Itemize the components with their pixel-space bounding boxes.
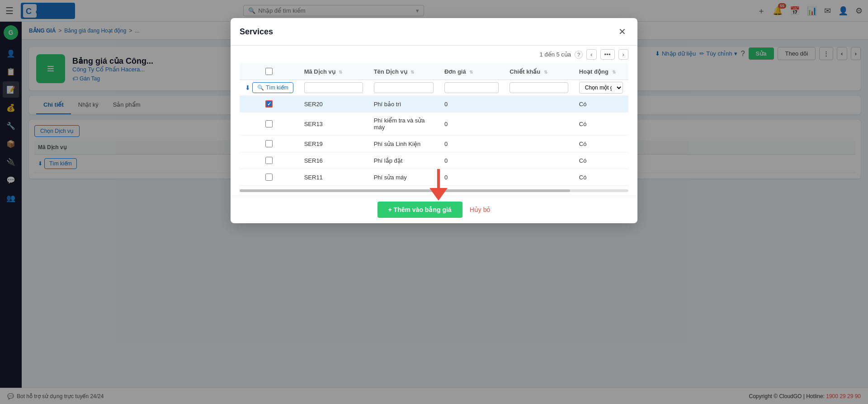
- filter-hoat-dong-select[interactable]: Chọn một g... Có Không: [579, 82, 623, 94]
- row-checkbox-ser11[interactable]: [265, 174, 273, 181]
- sort-icon-don-gia[interactable]: ⇅: [469, 70, 473, 75]
- sort-icon-ma-dv[interactable]: ⇅: [339, 70, 342, 75]
- modal-title: Services: [240, 27, 273, 37]
- select-all-checkbox[interactable]: [265, 68, 273, 75]
- modal-pagination: 1 đến 5 của ? ‹ ••• ›: [231, 46, 637, 63]
- cell-don-gia: 0: [439, 152, 504, 169]
- cell-hoat-dong: Có: [574, 169, 628, 186]
- cell-don-gia: 0: [439, 136, 504, 152]
- services-modal: Services ✕ 1 đến 5 của ? ‹ ••• ›: [231, 18, 637, 223]
- cell-ten-dv: Phí lắp đặt: [368, 152, 439, 169]
- cell-don-gia: 0: [439, 96, 504, 113]
- modal-table: Mã Dịch vụ ⇅ Tên Dịch vụ ⇅ Đơn giá ⇅ C: [240, 63, 628, 186]
- cell-ma-dv: SER11: [299, 169, 368, 186]
- cell-chiet-khau: [504, 113, 574, 136]
- sort-icon-chiet-khau[interactable]: ⇅: [544, 70, 547, 75]
- cell-hoat-dong: Có: [574, 152, 628, 169]
- row-checkbox-ser16[interactable]: [265, 157, 273, 164]
- cell-ma-dv: SER16: [299, 152, 368, 169]
- modal-table-wrap: Mã Dịch vụ ⇅ Tên Dịch vụ ⇅ Đơn giá ⇅ C: [231, 63, 637, 186]
- pagination-help[interactable]: ?: [575, 51, 583, 59]
- table-row: SER19 Phí sửa Linh Kiện 0 Có: [240, 136, 628, 152]
- filter-search-cell: ⬇ 🔍 Tìm kiếm: [245, 82, 293, 93]
- modal-close-button[interactable]: ✕: [616, 25, 628, 38]
- add-to-pricelist-button[interactable]: + Thêm vào bảng giá: [377, 202, 462, 218]
- cell-chiet-khau: [504, 96, 574, 113]
- cell-ma-dv: SER13: [299, 113, 368, 136]
- cell-ma-dv: SER19: [299, 136, 368, 152]
- filter-ten-dv-input[interactable]: [374, 82, 434, 93]
- sort-icon-ten-dv[interactable]: ⇅: [410, 70, 414, 75]
- cell-chiet-khau: [504, 169, 574, 186]
- scroll-bar[interactable]: [240, 189, 628, 192]
- scroll-thumb: [240, 189, 570, 192]
- cell-hoat-dong: Có: [574, 96, 628, 113]
- cell-ma-dv: SER20: [299, 96, 368, 113]
- pagination-prev-button[interactable]: ‹: [586, 49, 596, 60]
- pagination-dots-button[interactable]: •••: [600, 49, 615, 60]
- row-checkbox-ser13[interactable]: [265, 120, 273, 127]
- cell-ten-dv: Phí sửa Linh Kiện: [368, 136, 439, 152]
- modal-overlay: Services ✕ 1 đến 5 của ? ‹ ••• ›: [0, 0, 868, 404]
- pagination-text: 1 đến 5 của: [540, 51, 571, 58]
- modal-footer: + Thêm vào bảng giá Hủy bỏ: [231, 196, 637, 223]
- cell-ten-dv: Phí bảo trì: [368, 96, 439, 113]
- scroll-track: [231, 186, 637, 196]
- filter-download-icon: ⬇: [245, 84, 250, 91]
- table-row: SER16 Phí lắp đặt 0 Có: [240, 152, 628, 169]
- filter-row: ⬇ 🔍 Tìm kiếm: [240, 80, 628, 96]
- pagination-next-button[interactable]: ›: [618, 49, 628, 60]
- cancel-button[interactable]: Hủy bỏ: [470, 206, 491, 213]
- cell-don-gia: 0: [439, 113, 504, 136]
- col-header-chiet-khau: Chiết khấu ⇅: [504, 63, 574, 80]
- modal-header: Services ✕: [231, 18, 637, 46]
- filter-search-icon: 🔍: [257, 85, 264, 91]
- col-header-hoat-dong: Hoạt động ⇅: [574, 63, 628, 80]
- filter-chiet-khau-input[interactable]: [509, 82, 568, 93]
- filter-ma-dv-input[interactable]: [304, 82, 363, 93]
- sort-icon-hoat-dong[interactable]: ⇅: [612, 70, 616, 75]
- filter-don-gia-input[interactable]: [444, 82, 499, 93]
- cell-ten-dv: Phí sửa máy: [368, 169, 439, 186]
- col-header-don-gia: Đơn giá ⇅: [439, 63, 504, 80]
- cell-chiet-khau: [504, 136, 574, 152]
- table-row: SER20 Phí bảo trì 0 Có: [240, 96, 628, 113]
- col-header-ma-dv: Mã Dịch vụ ⇅: [299, 63, 368, 80]
- cell-don-gia: 0: [439, 169, 504, 186]
- table-row: SER11 Phí sửa máy 0 Có: [240, 169, 628, 186]
- cell-chiet-khau: [504, 152, 574, 169]
- cell-hoat-dong: Có: [574, 113, 628, 136]
- cell-hoat-dong: Có: [574, 136, 628, 152]
- cell-ten-dv: Phí kiểm tra và sửa máy: [368, 113, 439, 136]
- table-row: SER13 Phí kiểm tra và sửa máy 0 Có: [240, 113, 628, 136]
- row-checkbox-ser19[interactable]: [265, 140, 273, 147]
- filter-search-button[interactable]: 🔍 Tìm kiếm: [252, 82, 293, 93]
- col-header-ten-dv: Tên Dịch vụ ⇅: [368, 63, 439, 80]
- row-checkbox-ser20[interactable]: [265, 100, 273, 108]
